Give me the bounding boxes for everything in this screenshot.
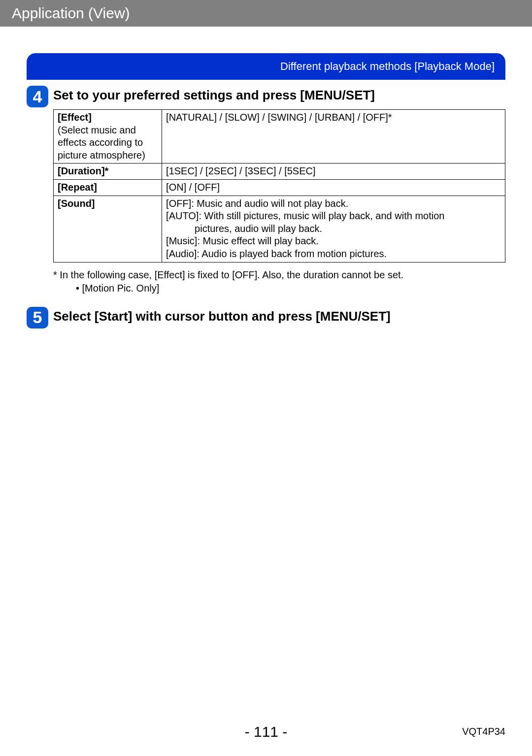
- breadcrumb-text: Different playback methods [Playback Mod…: [280, 60, 495, 73]
- sound-line-4: [Audio]: Audio is played back from motio…: [166, 248, 387, 259]
- effect-value: [NATURAL] / [SLOW] / [SWING] / [URBAN] /…: [162, 110, 505, 164]
- step-4: 4 Set to your preferred settings and pre…: [27, 86, 505, 107]
- sound-line-1: [AUTO]: With still pictures, music will …: [166, 210, 444, 221]
- page-number: - 111 -: [0, 723, 532, 740]
- footnote-bullet: • [Motion Pic. Only]: [53, 282, 505, 295]
- sound-line-0: [OFF]: Music and audio will not play bac…: [166, 198, 348, 209]
- effect-label: [Effect]: [58, 112, 92, 123]
- duration-label: [Duration]*: [54, 164, 162, 180]
- duration-value: [1SEC] / [2SEC] / [3SEC] / [5SEC]: [162, 164, 505, 180]
- breadcrumb-bar: Different playback methods [Playback Mod…: [27, 53, 505, 80]
- sound-label: [Sound]: [54, 196, 162, 262]
- step-5-badge: 5: [27, 307, 48, 329]
- page-content: Different playback methods [Playback Mod…: [0, 53, 532, 329]
- app-header: Application (View): [0, 0, 532, 27]
- effect-sublabel: (Select music and effects according to p…: [58, 125, 145, 161]
- footnote-star: * In the following case, [Effect] is fix…: [53, 268, 505, 282]
- sound-line-3: [Music]: Music effect will play back.: [166, 235, 319, 246]
- repeat-label: [Repeat]: [54, 179, 162, 196]
- table-row: [Repeat] [ON] / [OFF]: [54, 179, 505, 196]
- step-4-body: [Effect] (Select music and effects accor…: [53, 109, 505, 295]
- table-row: [Sound] [OFF]: Music and audio will not …: [54, 196, 505, 262]
- sound-value: [OFF]: Music and audio will not play bac…: [162, 196, 505, 262]
- repeat-value: [ON] / [OFF]: [162, 179, 505, 196]
- step-5: 5 Select [Start] with cursor button and …: [27, 307, 505, 329]
- doc-code: VQT4P34: [462, 726, 505, 737]
- settings-table: [Effect] (Select music and effects accor…: [53, 109, 505, 263]
- effect-label-cell: [Effect] (Select music and effects accor…: [54, 110, 162, 164]
- table-row: [Effect] (Select music and effects accor…: [54, 110, 505, 164]
- table-row: [Duration]* [1SEC] / [2SEC] / [3SEC] / […: [54, 164, 505, 180]
- step-4-badge: 4: [27, 86, 48, 107]
- app-title: Application (View): [12, 5, 130, 21]
- sound-line-2: pictures, audio will play back.: [166, 223, 501, 235]
- step-4-title: Set to your preferred settings and press…: [53, 86, 375, 103]
- step-5-title: Select [Start] with cursor button and pr…: [53, 307, 391, 324]
